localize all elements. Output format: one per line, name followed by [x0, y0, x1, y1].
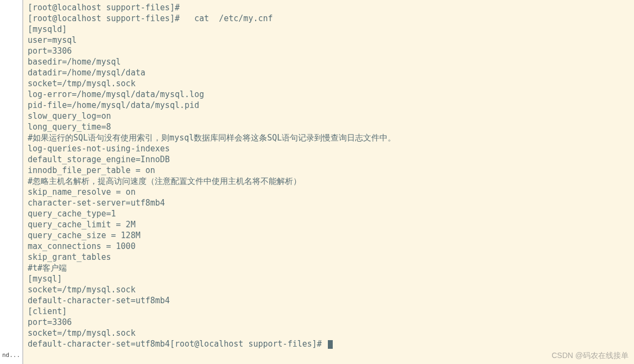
terminal-line: #忽略主机名解析，提高访问速度（注意配置文件中使用主机名将不能解析）: [28, 176, 630, 187]
terminal-line: port=3306: [28, 46, 630, 56]
terminal-line: [client]: [28, 306, 630, 317]
terminal-line: character-set-server=utf8mb4: [28, 197, 630, 208]
sidebar-item[interactable]: nd...: [2, 352, 20, 359]
terminal-line: slow_query_log=on: [28, 111, 630, 122]
terminal-output[interactable]: [root@localhost support-files]# [root@lo…: [23, 0, 634, 364]
terminal-line: log-queries-not-using-indexes: [28, 143, 630, 154]
terminal-line: user=mysql: [28, 35, 630, 46]
terminal-prompt-line: default-character-set=utf8mb4[root@local…: [28, 339, 630, 349]
terminal-line: [mysql]: [28, 273, 630, 284]
terminal-line: default_storage_engine=InnoDB: [28, 154, 630, 165]
terminal-line: log-error=/home/mysql/data/mysql.log: [28, 89, 630, 100]
terminal-line: query_cache_size = 128M: [28, 230, 630, 241]
terminal-line: socket=/tmp/mysql.sock: [28, 328, 630, 339]
watermark: CSDN @码农在线接单: [551, 351, 629, 361]
terminal-line: port=3306: [28, 317, 630, 328]
terminal-line: query_cache_type=1: [28, 208, 630, 219]
terminal-line: [root@localhost support-files]# cat /etc…: [28, 13, 630, 24]
terminal-line: query_cache_limit = 2M: [28, 219, 630, 230]
left-sidebar: nd...: [0, 0, 23, 364]
cursor-icon: [328, 340, 333, 349]
terminal-line: skip_name_resolve = on: [28, 187, 630, 197]
terminal-line: socket=/tmp/mysql.sock: [28, 284, 630, 295]
terminal-line: basedir=/home/mysql: [28, 56, 630, 67]
terminal-line: #t#客户端: [28, 263, 630, 273]
terminal-line: long_query_time=8: [28, 122, 630, 132]
terminal-line: innodb_file_per_table = on: [28, 165, 630, 176]
terminal-line: default-character-set=utf8mb4: [28, 295, 630, 306]
terminal-line: #如果运行的SQL语句没有使用索引，则mysql数据库同样会将这条SQL语句记录…: [28, 132, 630, 143]
terminal-line: socket=/tmp/mysql.sock: [28, 78, 630, 89]
terminal-line: [root@localhost support-files]#: [28, 2, 630, 13]
terminal-line: pid-file=/home/mysql/data/mysql.pid: [28, 100, 630, 111]
terminal-line: max_connections = 1000: [28, 241, 630, 252]
terminal-line: datadir=/home/mysql/data: [28, 67, 630, 78]
terminal-line: skip_grant_tables: [28, 252, 630, 263]
terminal-line: [mysqld]: [28, 24, 630, 35]
